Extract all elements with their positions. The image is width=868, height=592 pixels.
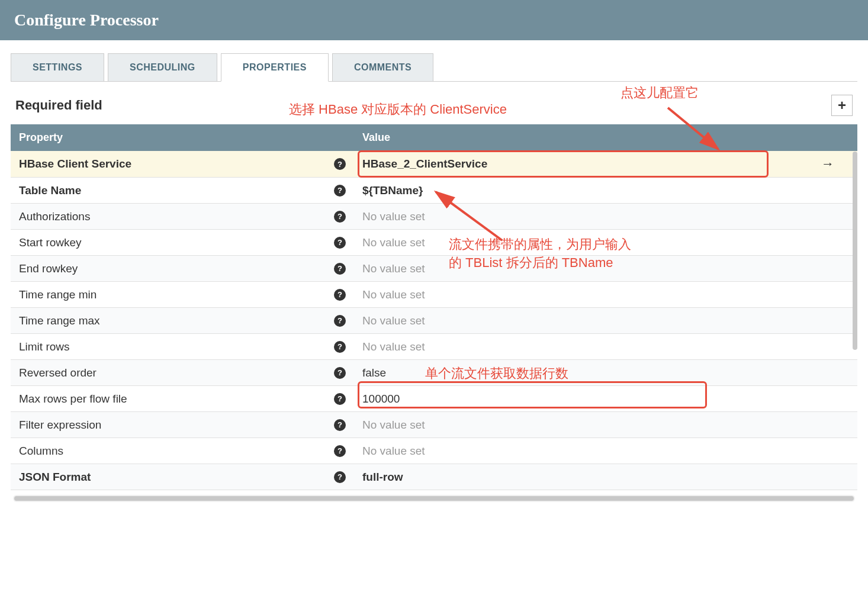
property-name-cell: Reversed order? xyxy=(11,360,354,385)
property-name-cell: End rowkey? xyxy=(11,256,354,281)
table-row[interactable]: Filter expression?No value set xyxy=(11,412,857,438)
property-value: ${TBName} xyxy=(362,184,423,197)
tab-settings-label: SETTINGS xyxy=(33,62,82,72)
help-icon[interactable]: ? xyxy=(334,315,346,327)
column-header-property: Property xyxy=(11,124,354,151)
property-name: Table Name xyxy=(19,184,81,197)
property-value: full-row xyxy=(362,471,403,484)
dialog-title-text: Configure Processor xyxy=(14,11,159,29)
help-icon[interactable]: ? xyxy=(334,393,346,405)
add-property-button[interactable]: + xyxy=(831,95,853,116)
table-row[interactable]: Authorizations?No value set xyxy=(11,204,857,230)
properties-table: Property Value HBase Client Service?HBas… xyxy=(11,124,857,490)
table-header: Property Value xyxy=(11,124,857,151)
property-action-cell xyxy=(798,412,857,437)
table-row[interactable]: Time range max?No value set xyxy=(11,308,857,334)
table-row[interactable]: Start rowkey?No value set xyxy=(11,230,857,256)
help-icon[interactable]: ? xyxy=(334,237,346,249)
property-name-cell: Table Name? xyxy=(11,178,354,203)
properties-panel: Required field + Property Value HBase Cl… xyxy=(11,81,857,502)
help-icon[interactable]: ? xyxy=(334,419,346,431)
table-row[interactable]: HBase Client Service?HBase_2_ClientServi… xyxy=(11,151,857,178)
property-value-cell[interactable]: No value set xyxy=(354,204,798,229)
property-name: Time range max xyxy=(19,314,100,327)
required-field-label: Required field xyxy=(15,98,102,113)
property-action-cell xyxy=(798,204,857,229)
property-value-cell[interactable]: No value set xyxy=(354,438,798,464)
property-name: Max rows per flow file xyxy=(19,392,127,406)
property-action-cell xyxy=(798,360,857,385)
property-value-cell[interactable]: No value set xyxy=(354,308,798,333)
required-row: Required field + xyxy=(11,95,857,124)
column-header-value: Value xyxy=(354,124,798,151)
property-name-cell: Filter expression? xyxy=(11,412,354,437)
tab-comments-label: COMMENTS xyxy=(354,62,412,72)
help-icon[interactable]: ? xyxy=(334,367,346,379)
property-value-cell[interactable]: ${TBName} xyxy=(354,178,798,203)
property-value-cell[interactable]: No value set xyxy=(354,256,798,281)
table-row[interactable]: Reversed order?false xyxy=(11,360,857,386)
property-value: No value set xyxy=(362,210,425,223)
property-name-cell: Time range max? xyxy=(11,308,354,333)
property-value-cell[interactable]: No value set xyxy=(354,230,798,255)
property-action-cell xyxy=(798,438,857,464)
table-row[interactable]: Time range min?No value set xyxy=(11,282,857,308)
property-value-cell[interactable]: 100000 xyxy=(354,386,798,411)
tab-properties-label: PROPERTIES xyxy=(243,62,307,72)
property-name: Time range min xyxy=(19,288,97,301)
vertical-scrollbar[interactable] xyxy=(851,152,859,482)
horizontal-scrollbar[interactable] xyxy=(13,495,855,502)
help-icon[interactable]: ? xyxy=(334,445,346,457)
table-row[interactable]: End rowkey?No value set xyxy=(11,256,857,282)
property-value: No value set xyxy=(362,419,425,432)
property-value-cell[interactable]: false xyxy=(354,360,798,385)
property-name-cell: HBase Client Service? xyxy=(11,151,354,177)
property-value-cell[interactable]: HBase_2_ClientService xyxy=(354,151,798,177)
help-icon[interactable]: ? xyxy=(334,158,346,170)
tab-properties[interactable]: PROPERTIES xyxy=(221,53,329,82)
vertical-scrollbar-thumb[interactable] xyxy=(853,152,857,350)
table-row[interactable]: Columns?No value set xyxy=(11,438,857,464)
property-name-cell: Columns? xyxy=(11,438,354,464)
help-icon[interactable]: ? xyxy=(334,263,346,275)
property-action-cell xyxy=(798,464,857,490)
property-name-cell: Max rows per flow file? xyxy=(11,386,354,411)
property-value-cell[interactable]: full-row xyxy=(354,464,798,490)
tab-scheduling[interactable]: SCHEDULING xyxy=(108,53,217,82)
property-action-cell: → xyxy=(798,151,857,177)
horizontal-scrollbar-thumb[interactable] xyxy=(14,496,854,501)
property-value-cell[interactable]: No value set xyxy=(354,412,798,437)
dialog-title: Configure Processor xyxy=(0,0,868,40)
goto-service-icon[interactable]: → xyxy=(821,156,834,172)
table-row[interactable]: Max rows per flow file?100000 xyxy=(11,386,857,412)
tab-scheduling-label: SCHEDULING xyxy=(130,62,195,72)
property-value: No value set xyxy=(362,445,425,458)
table-row[interactable]: JSON Format?full-row xyxy=(11,464,857,490)
property-action-cell xyxy=(798,230,857,255)
property-action-cell xyxy=(798,386,857,411)
property-name: Filter expression xyxy=(19,419,101,432)
property-name-cell: Time range min? xyxy=(11,282,354,307)
property-value: No value set xyxy=(362,340,425,353)
property-value-cell[interactable]: No value set xyxy=(354,282,798,307)
property-value: No value set xyxy=(362,288,425,301)
property-action-cell xyxy=(798,256,857,281)
tab-comments[interactable]: COMMENTS xyxy=(332,53,433,82)
column-header-action xyxy=(798,124,857,151)
property-name: End rowkey xyxy=(19,262,78,275)
property-value: 100000 xyxy=(362,392,400,406)
property-name: Reversed order xyxy=(19,366,97,379)
help-icon[interactable]: ? xyxy=(334,471,346,483)
property-value-cell[interactable]: No value set xyxy=(354,334,798,359)
help-icon[interactable]: ? xyxy=(334,185,346,197)
table-row[interactable]: Table Name?${TBName} xyxy=(11,178,857,204)
help-icon[interactable]: ? xyxy=(334,211,346,223)
table-row[interactable]: Limit rows?No value set xyxy=(11,334,857,360)
property-name-cell: Limit rows? xyxy=(11,334,354,359)
property-name: Authorizations xyxy=(19,210,90,223)
property-value: No value set xyxy=(362,314,425,327)
tab-settings[interactable]: SETTINGS xyxy=(11,53,104,82)
tab-bar: SETTINGS SCHEDULING PROPERTIES COMMENTS xyxy=(11,53,857,82)
help-icon[interactable]: ? xyxy=(334,289,346,301)
help-icon[interactable]: ? xyxy=(334,341,346,353)
